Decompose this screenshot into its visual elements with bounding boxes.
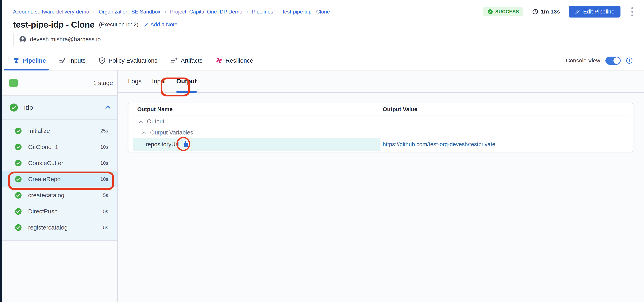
execution-header: Account: software-delivery-demo › Organi… [2, 0, 644, 51]
resilience-chaos-icon [216, 57, 222, 64]
output-variable-value-link[interactable]: https://github.com/test-org-devesh/testp… [383, 141, 495, 147]
step-row-directpush[interactable]: DirectPush 5s [2, 203, 118, 219]
step-name: createcatalog [28, 192, 64, 199]
artifacts-icon [171, 57, 178, 64]
breadcrumb-separator: › [164, 9, 166, 15]
triggered-by-row: devesh.mishra@harness.io [14, 33, 101, 46]
step-success-icon [15, 127, 22, 134]
step-name: registercatalog [28, 224, 68, 231]
stage-name-label: idp [24, 104, 33, 111]
console-view-control: Console View [566, 51, 644, 70]
step-success-icon [15, 160, 22, 167]
tab-artifacts-label: Artifacts [181, 57, 202, 64]
stage-count-label: 1 stage [93, 80, 113, 86]
stage-panel: idp Initialize 25s GitClone_1 10s [2, 96, 118, 241]
breadcrumb-separator: › [246, 9, 248, 15]
execution-nav-tabs: Pipeline Inputs Policy Evaluations Artif… [2, 51, 644, 70]
output-group-row[interactable]: Output [128, 116, 633, 127]
tab-resilience-label: Resilience [226, 57, 253, 64]
more-options-menu[interactable] [629, 6, 635, 18]
pencil-icon [143, 22, 148, 27]
tab-policy-evaluations[interactable]: Policy Evaluations [99, 51, 158, 70]
edit-pipeline-button[interactable]: Edit Pipeline [569, 6, 620, 18]
tab-artifacts[interactable]: Artifacts [171, 51, 202, 70]
step-row-gitclone-1[interactable]: GitClone_1 10s [2, 139, 118, 155]
edit-pipeline-label: Edit Pipeline [583, 9, 614, 15]
breadcrumb-pipelines[interactable]: Pipelines [252, 9, 273, 15]
breadcrumb-account[interactable]: Account: software-delivery-demo [13, 9, 89, 15]
stage-row-idp[interactable]: idp [2, 96, 118, 120]
tab-logs[interactable]: Logs [128, 70, 142, 92]
execution-duration: 1m 13s [532, 9, 560, 15]
console-view-toggle[interactable] [606, 57, 621, 65]
page-title: test-pipe-idp - Clone [13, 20, 94, 30]
step-row-cookiecutter[interactable]: CookieCutter 10s [2, 155, 118, 171]
stage-sidebar-header: 1 stage [2, 70, 118, 96]
execution-id-label: (Execution Id: 2) [99, 22, 138, 28]
status-badge: SUCCESS [483, 7, 524, 16]
step-detail-tabs: Logs Input Output [118, 70, 644, 93]
breadcrumb-separator: › [277, 9, 279, 15]
stage-success-icon [10, 103, 18, 112]
step-success-icon [15, 143, 22, 150]
pencil-icon [575, 9, 580, 15]
success-check-icon [488, 9, 493, 14]
tab-pipeline-label: Pipeline [23, 57, 46, 64]
execution-duration-label: 1m 13s [541, 9, 560, 15]
step-success-icon [15, 176, 22, 183]
collapse-caret-icon[interactable] [139, 120, 143, 123]
title-row: test-pipe-idp - Clone (Execution Id: 2) … [13, 20, 178, 30]
stage-status-square [9, 79, 18, 87]
tab-resilience[interactable]: Resilience [216, 51, 253, 70]
step-row-createrepo[interactable]: CreateRepo 10s [2, 171, 118, 187]
pipeline-icon [13, 57, 20, 64]
step-row-registercatalog[interactable]: registercatalog 5s [2, 219, 118, 236]
output-variable-name-cell: repositoryUrl [133, 138, 380, 150]
output-variable-row: repositoryUrl https://github.com/test-or… [128, 138, 633, 150]
breadcrumb-organization[interactable]: Organization: SE Sandbox [99, 9, 160, 15]
clock-icon [532, 9, 538, 15]
status-badge-label: SUCCESS [495, 9, 519, 15]
tab-output[interactable]: Output [176, 70, 197, 92]
breadcrumb-current-execution[interactable]: test-pipe-idp - Clone [283, 9, 330, 15]
output-table-header: Output Name Output Value [128, 103, 633, 115]
tab-policy-evaluations-label: Policy Evaluations [108, 57, 158, 64]
column-output-name: Output Name [137, 106, 173, 112]
breadcrumb: Account: software-delivery-demo › Organi… [13, 6, 635, 18]
step-duration: 5s [103, 193, 108, 198]
info-icon[interactable] [626, 57, 633, 64]
tab-input-label: Input [152, 78, 166, 85]
step-duration: 10s [100, 144, 108, 150]
output-group-label: Output [147, 118, 164, 125]
step-duration: 5s [103, 225, 108, 230]
output-table-card: Output Name Output Value Output Output V… [128, 103, 633, 152]
add-note-link[interactable]: Add a Note [143, 22, 178, 28]
output-variables-group-label: Output Variables [150, 129, 193, 136]
window-edge-strip [0, 0, 2, 302]
step-row-createcatalog[interactable]: createcatalog 5s [2, 187, 118, 203]
stage-sidebar: 1 stage idp Initialize 25s [2, 70, 118, 302]
tab-input[interactable]: Input [152, 70, 166, 92]
output-variables-group-row[interactable]: Output Variables [128, 127, 633, 138]
tab-output-label: Output [176, 78, 197, 85]
breadcrumb-project[interactable]: Project: Capital One IDP Demo [170, 9, 242, 15]
step-success-icon [15, 192, 22, 199]
step-name: CreateRepo [28, 176, 61, 183]
collapse-caret-icon[interactable] [142, 131, 146, 134]
pipeline-execution-page: Account: software-delivery-demo › Organi… [0, 0, 644, 302]
tab-inputs[interactable]: Inputs [59, 51, 86, 70]
chevron-up-icon[interactable] [104, 105, 111, 110]
breadcrumb-separator: › [93, 9, 95, 15]
step-list: Initialize 25s GitClone_1 10s CookieCutt… [2, 120, 118, 236]
output-variable-name: repositoryUrl [146, 141, 179, 148]
step-success-icon [15, 224, 22, 231]
step-name: CookieCutter [28, 160, 63, 167]
step-row-initialize[interactable]: Initialize 25s [2, 123, 118, 139]
add-note-label: Add a Note [150, 22, 178, 28]
step-success-icon [15, 208, 22, 215]
tab-pipeline[interactable]: Pipeline [13, 51, 46, 70]
copy-icon[interactable] [183, 140, 191, 148]
step-name: DirectPush [28, 208, 58, 215]
user-avatar-icon [19, 36, 26, 43]
step-name: GitClone_1 [28, 143, 58, 150]
